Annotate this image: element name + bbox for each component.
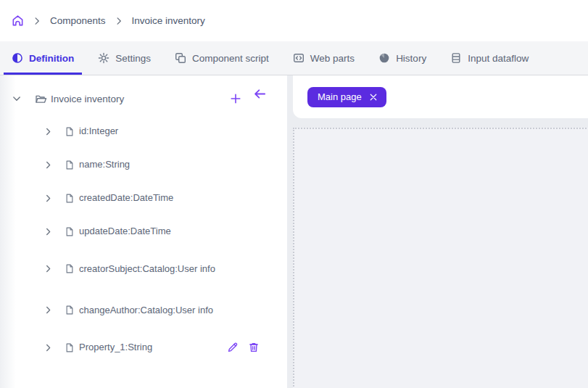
tree-item-label: changeAuthor:Catalog:User info bbox=[79, 303, 213, 318]
chevron-right-icon[interactable] bbox=[44, 305, 53, 315]
chevron-right-icon bbox=[115, 17, 123, 25]
breadcrumb-item-current: Invoice inventory bbox=[132, 15, 205, 26]
tab-label: Input dataflow bbox=[468, 53, 529, 64]
chevron-down-icon[interactable] bbox=[12, 94, 22, 104]
page-chips-bar: Main page bbox=[293, 75, 588, 118]
chevron-right-icon[interactable] bbox=[44, 160, 53, 170]
tab-definition[interactable]: Definition bbox=[4, 41, 82, 75]
breadcrumb: Components Invoice inventory bbox=[0, 0, 588, 41]
chevron-right-icon[interactable] bbox=[44, 194, 53, 203]
document-icon bbox=[65, 160, 75, 170]
breadcrumb-item-components[interactable]: Components bbox=[50, 15, 106, 26]
canvas-dropzone[interactable] bbox=[293, 128, 588, 388]
document-icon bbox=[65, 126, 75, 137]
tab-history[interactable]: History bbox=[370, 41, 434, 75]
tree-item-label: id:Integer bbox=[79, 124, 118, 139]
component-icon bbox=[175, 52, 186, 64]
tree-item-label: Property_1:String bbox=[79, 340, 152, 355]
edit-property-button[interactable] bbox=[227, 342, 239, 353]
tab-bar: Definition Settings Component script bbox=[0, 41, 588, 75]
document-icon bbox=[65, 193, 75, 204]
contrast-icon bbox=[12, 52, 23, 64]
tab-settings[interactable]: Settings bbox=[90, 41, 159, 75]
tab-web-parts[interactable]: Web parts bbox=[285, 41, 363, 75]
tree-item-updateDate[interactable]: updateDate:DateTime bbox=[0, 215, 287, 248]
main-page-chip[interactable]: Main page bbox=[307, 87, 386, 107]
tree-item-changeAuthor[interactable]: changeAuthor:Catalog:User info bbox=[0, 289, 287, 331]
app-window: Components Invoice inventory Definition bbox=[0, 0, 588, 388]
tree-item-creatorSubject[interactable]: creatorSubject:Catalog:User info bbox=[0, 248, 287, 289]
tree-item-property-1[interactable]: Property_1:String bbox=[0, 331, 287, 364]
dataflow-icon bbox=[450, 52, 462, 64]
tab-label: Component script bbox=[192, 53, 269, 64]
tab-component-script[interactable]: Component script bbox=[167, 41, 277, 75]
web-parts-icon bbox=[293, 52, 305, 64]
close-icon[interactable] bbox=[369, 93, 378, 102]
tree-item-label: createdDate:DateTime bbox=[79, 191, 173, 205]
tree-item-label: name:String bbox=[79, 157, 130, 172]
tree-item-label: creatorSubject:Catalog:User info bbox=[79, 262, 215, 276]
collapse-panel-arrow-button[interactable] bbox=[253, 87, 267, 101]
tab-label: Web parts bbox=[310, 53, 355, 64]
tab-input-dataflow[interactable]: Input dataflow bbox=[442, 41, 537, 75]
chevron-right-icon[interactable] bbox=[44, 264, 53, 273]
chevron-right-icon[interactable] bbox=[44, 343, 53, 352]
tree-item-name[interactable]: name:String bbox=[0, 148, 287, 181]
tab-label: Settings bbox=[115, 53, 151, 64]
folder-open-icon bbox=[35, 93, 47, 105]
canvas-area: Main page bbox=[293, 75, 588, 388]
delete-property-button[interactable] bbox=[248, 342, 260, 353]
document-icon bbox=[65, 305, 75, 315]
tree-root-label: Invoice inventory bbox=[51, 94, 124, 104]
tree-root-row[interactable]: Invoice inventory bbox=[0, 83, 287, 115]
gear-icon bbox=[98, 52, 109, 64]
chevron-right-icon bbox=[33, 17, 41, 25]
tab-label: Definition bbox=[29, 53, 74, 64]
chevron-right-icon[interactable] bbox=[44, 127, 53, 136]
document-icon bbox=[65, 226, 75, 237]
tab-label: History bbox=[396, 53, 426, 64]
definition-tree-panel: Invoice inventory id:Int bbox=[0, 75, 287, 388]
history-icon bbox=[378, 52, 390, 64]
tree-item-label: updateDate:DateTime bbox=[79, 224, 171, 239]
home-icon[interactable] bbox=[12, 15, 24, 27]
document-icon bbox=[65, 263, 75, 274]
main-area: Invoice inventory id:Int bbox=[0, 75, 588, 388]
tree-item-id[interactable]: id:Integer bbox=[0, 115, 287, 148]
tree-item-createdDate[interactable]: createdDate:DateTime bbox=[0, 181, 287, 215]
chip-label: Main page bbox=[318, 91, 362, 102]
chevron-right-icon[interactable] bbox=[44, 227, 53, 236]
document-icon bbox=[65, 342, 75, 353]
add-property-button[interactable] bbox=[230, 93, 241, 104]
